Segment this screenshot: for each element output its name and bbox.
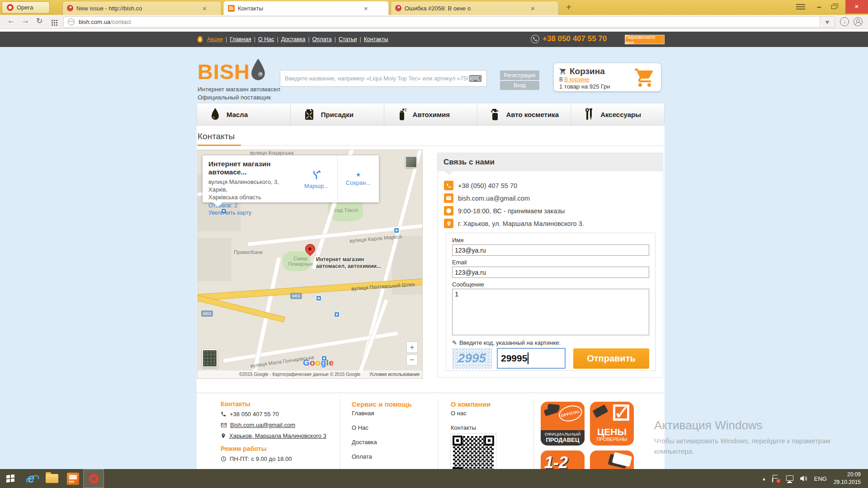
cart-link[interactable]: В корзине [564,76,589,83]
reload-button[interactable]: ↻ [36,16,42,26]
bookmark-heart-icon[interactable]: ♥ [820,16,835,28]
taskbar-app-icon[interactable] [62,469,83,488]
nav-link-glavnaya[interactable]: Главная [230,36,251,42]
cart-widget[interactable]: Корзина В В корзине 1 товар на 925 Грн [554,63,661,91]
contact-hours: 9:00-18:00, ВС - принимаем заказы [458,207,565,215]
restore-button[interactable] [831,5,836,9]
register-button[interactable]: Регистрация [500,70,539,80]
nav-link-akcii[interactable]: Акции [207,36,223,42]
footer-address-link[interactable]: Харьков, Маршала Малиновского 3 [229,432,326,439]
marker-label-line1: Интернет магазин [316,256,381,263]
language-indicator[interactable]: ENG [814,475,827,482]
street-label: вулиця Коцарська [250,150,293,155]
start-button[interactable] [0,469,21,488]
login-button[interactable]: Вход [500,81,539,90]
minimize-button[interactable]: – [817,2,821,12]
menu-item-aksessuary[interactable]: Аксессуары [571,103,664,125]
volume-icon[interactable] [800,475,807,482]
site-top-nav: Акции| Главная| О Нас| Доставка| Оплата|… [0,32,868,47]
contact-row-email: bish.com.ua@gmail.com [444,193,656,203]
tab-menu-icon[interactable] [796,4,805,9]
nav-link-kontakty[interactable]: Контакты [364,36,388,42]
google-map[interactable]: вулиця Коцарська вулиця Карла Маркса сад… [198,150,422,378]
tab-close-icon[interactable]: × [363,5,369,12]
menu-item-avtohimiya[interactable]: Автохимия [384,103,477,125]
marker-label-line2: автомасел, автохимии... [316,263,381,270]
contact-row-phone: +38 (050) 407 55 70 [444,181,656,190]
tab-close-icon[interactable]: × [202,5,208,12]
back-button[interactable]: ← [7,16,15,25]
close-button[interactable]: × [845,0,868,14]
network-icon[interactable] [786,475,793,481]
save-label: Сохран... [346,179,371,186]
taskbar-clock[interactable]: 20:09 29.10.2015 [834,471,863,487]
submit-button[interactable]: Отправить [573,348,649,369]
action-center-flag-icon[interactable]: × [772,475,779,482]
footer-link-contacts[interactable]: Контакты [451,424,519,431]
map-layer-toggle[interactable] [406,156,417,168]
nav-link-stati[interactable]: Статьи [339,36,357,42]
email-field[interactable] [452,267,649,278]
captcha-code-text: 2995 [458,351,486,366]
zoom-in-button[interactable]: + [406,342,418,353]
save-place-button[interactable]: ★ Сохран... [337,155,379,202]
satellite-thumbnail[interactable] [202,349,217,367]
footer-link-oplata[interactable]: Оплата [352,453,424,460]
captcha-input[interactable]: 29995 [497,348,566,369]
footer-email-link[interactable]: Bish.com.ua@gmail.com [230,422,295,428]
menu-item-avto-kosmetika[interactable]: Авто косметика [477,103,571,125]
google-logo: Google [303,358,334,368]
nav-link-oplata[interactable]: Оплата [312,36,332,42]
forward-button[interactable]: → [22,16,29,25]
search-input[interactable] [285,75,469,82]
captcha-label-row: ✎ Введите код, указанный на картинке: [452,339,649,346]
browser-tab-2-active[interactable]: Bi Контакты × [223,1,389,15]
footer-link-glavnaya[interactable]: Главная [352,410,424,417]
tools-icon [584,108,594,121]
download-icon[interactable]: ↓ [840,17,849,26]
tab-close-icon[interactable]: × [530,5,536,12]
footer-phone: +38 050 407 55 70 [230,411,279,418]
browser-tab-3[interactable]: Ошибка #2058: В окне о × [391,1,559,15]
menu-item-prisadki[interactable]: Присадки [290,103,384,125]
nav-link-o-nas[interactable]: О Нас [258,36,274,42]
name-field[interactable] [452,244,649,256]
tray-expand-icon[interactable]: ▴ [763,476,765,482]
phone-icon [221,411,226,417]
terms-link[interactable]: Условия использования [369,372,420,377]
tab-title: Контакты [238,5,360,12]
taskbar-ie-icon[interactable]: e [21,469,42,488]
park-label: СкверПожарных [288,256,313,267]
contact-panel: Связь с нами +38 (050) 407 55 70 bish.co… [437,153,663,378]
site-badge-icon[interactable] [68,19,75,25]
message-field[interactable]: 1 [452,289,649,335]
nav-link-dostavka[interactable]: Доставка [281,36,306,42]
footer-link-o-nas[interactable]: О Нас [352,424,424,431]
menu-item-masla[interactable]: Масла [197,103,290,125]
google-letter: o [315,358,321,367]
keyboard-icon[interactable]: ⌨ [469,73,482,84]
taskbar-explorer-icon[interactable] [42,469,62,488]
map-copyright: ©2015 Google - Картографические данные ©… [239,372,360,377]
zoom-out-button[interactable]: − [406,354,418,366]
separator: | [335,36,336,42]
taskbar-opera-icon[interactable] [83,469,104,488]
star-icon: ★ [356,172,361,178]
speed-dial-icon[interactable] [51,19,57,26]
site-logo[interactable]: BISH [198,59,250,84]
enlarge-map-link[interactable]: Увеличить карту [208,210,293,216]
new-tab-button[interactable]: + [566,2,571,13]
windows-taskbar: e ▴ × ENG 20:09 29.10.2015 [0,469,868,488]
cart-small-icon [559,68,566,75]
profile-icon[interactable] [854,17,863,26]
browser-tab-1[interactable]: New issue - http://bish.co × [62,1,222,15]
directions-button[interactable]: Маршр... [296,155,337,202]
footer-phone-row: +38 050 407 55 70 [221,411,334,418]
url-field[interactable]: bish.com.ua /contact [63,16,821,28]
footer-schedule-row: ПН-ПТ: с 9.00 до 18.00 [221,455,334,462]
footer-link-about[interactable]: О нас [451,410,519,417]
callback-button[interactable]: Перезвоните мне [625,35,665,44]
opera-menu-button[interactable]: Opera [2,1,50,14]
reviews-link[interactable]: Отзывов: 2 [208,202,293,209]
footer-link-dostavka[interactable]: Доставка [352,439,424,446]
